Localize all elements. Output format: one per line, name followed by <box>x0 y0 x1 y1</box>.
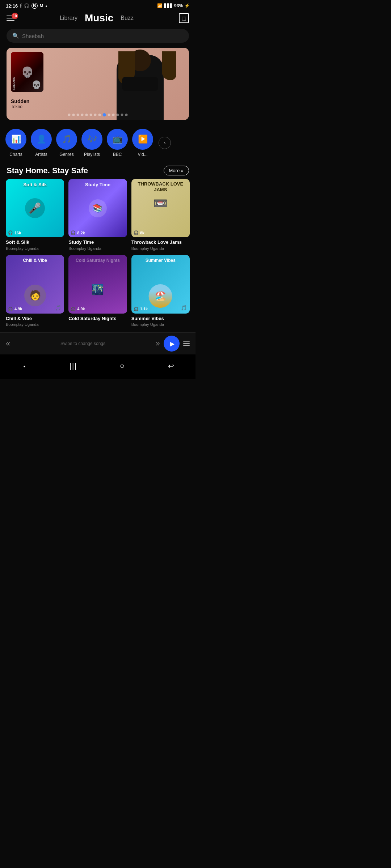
play-icon: ▶ <box>170 340 175 347</box>
category-label-videos: Vid... <box>138 152 147 157</box>
section-header: Stay Home. Stay Safe More » <box>0 160 196 179</box>
playlist-card-summer-vibes[interactable]: Summer Vibes 🏖️ 🎵 🎧 1.1k Summer Vibes Bo… <box>131 255 190 327</box>
more-button[interactable]: More » <box>164 166 189 175</box>
search-bar[interactable]: 🔍 <box>7 29 189 43</box>
dreads-left <box>118 51 135 84</box>
player-hint: Swipe to change songs <box>14 341 152 346</box>
play-count-study-time: 🎧 8.2k <box>71 230 85 235</box>
recents-lines-icon: ||| <box>70 362 77 370</box>
banner-dot-13[interactable] <box>125 114 128 116</box>
headphone-icon: 🎧 <box>8 307 13 311</box>
home-nav-button[interactable]: ● <box>17 359 32 373</box>
queue-button[interactable] <box>183 341 190 346</box>
category-item-playlists[interactable]: 🎶 Playlists <box>81 129 103 157</box>
banner-artist-sub: Tekno <box>11 104 29 109</box>
home-circle-nav-button[interactable]: ○ <box>115 359 130 373</box>
playlist-card-cold-saturday[interactable]: Cold Saturday Nights 🌃 🎧 4.9k Cold Satur… <box>68 255 127 327</box>
category-item-charts[interactable]: 📊 Charts <box>5 129 27 157</box>
recents-nav-button[interactable]: ||| <box>66 359 81 373</box>
header: 10 Library Music Buzz ⬚ <box>0 10 196 27</box>
category-item-genres[interactable]: 🎵 Genres <box>56 129 77 157</box>
cast-button[interactable]: ⬚ <box>179 13 189 23</box>
banner-album-art: 💀 SUDDEN <box>11 52 43 92</box>
playlist-card-study-time[interactable]: 📚 Study Time 🎧 8.2k Study Time Boomplay … <box>68 179 127 251</box>
playlist-thumb-throwback: THROWBACK LOVE JAMS 📼 ♡ 🎧 8k <box>131 179 190 237</box>
playlist-thumb-chill-vibe: Chill & Vibe 🧑 🎵 🎧 4.9k <box>6 255 64 313</box>
playlist-grid: 🎤 Soft & Silk 🎧 16k Soft & Silk Boomplay… <box>0 179 196 332</box>
banner-dot-0[interactable] <box>68 114 71 116</box>
banner-dot-11[interactable] <box>117 114 119 116</box>
artist-figure <box>109 50 182 120</box>
playlist-title-chill-vibe: Chill & Vibe <box>6 316 64 322</box>
playlist-sub-summer-vibes: Boomplay Uganda <box>131 322 190 327</box>
next-button[interactable]: » <box>156 339 160 348</box>
playlist-title-study-time: Study Time <box>68 239 127 246</box>
banner-dot-4[interactable] <box>85 114 88 116</box>
menu-button[interactable]: 10 <box>7 16 14 21</box>
category-icon-charts: 📊 <box>5 129 26 150</box>
playlist-thumb-cold-saturday: Cold Saturday Nights 🌃 🎧 4.9k <box>68 255 127 313</box>
headphone-icon: 🎧 <box>134 307 139 311</box>
category-label-genres: Genres <box>59 152 73 157</box>
playlist-sub-throwback: Boomplay Uganda <box>131 246 190 251</box>
category-next-arrow[interactable]: › <box>159 137 171 149</box>
prev-button[interactable]: « <box>6 339 10 348</box>
headphone-icon: 🎧 <box>71 307 76 311</box>
banner-artist-name: Sudden <box>11 98 29 104</box>
section-title: Stay Home. Stay Safe <box>7 166 88 175</box>
dot-icon: • <box>46 3 47 9</box>
banner-dot-3[interactable] <box>81 114 84 116</box>
playlist-card-chill-vibe[interactable]: Chill & Vibe 🧑 🎵 🎧 4.9k Chill & Vibe Boo… <box>6 255 64 327</box>
category-label-playlists: Playlists <box>84 152 100 157</box>
playlist-sub-soft-silk: Boomplay Uganda <box>6 246 64 251</box>
time: 12:16 <box>6 3 18 9</box>
playlist-thumb-summer-vibes: Summer Vibes 🏖️ 🎵 🎧 1.1k <box>131 255 190 313</box>
album-art-image: 💀 SUDDEN <box>11 52 43 92</box>
play-button[interactable]: ▶ <box>164 336 180 352</box>
banner-dot-5[interactable] <box>90 114 92 116</box>
buzz-nav[interactable]: Buzz <box>121 15 134 21</box>
banner-dot-8[interactable] <box>103 113 106 116</box>
category-item-artists[interactable]: 👤 Artists <box>30 129 52 157</box>
banner-dot-10[interactable] <box>112 114 115 116</box>
cast-icon: ⬚ <box>182 16 186 21</box>
battery-level: 93% <box>174 3 183 8</box>
banner-dot-2[interactable] <box>77 114 79 116</box>
banner-dot-7[interactable] <box>98 114 101 116</box>
banner-dot-6[interactable] <box>94 114 97 116</box>
featured-banner[interactable]: 💀 SUDDEN Sudden Tekno <box>7 48 189 120</box>
playlist-title-cold-saturday: Cold Saturday Nights <box>68 316 127 322</box>
playlist-title-soft-silk: Soft & Silk <box>6 239 64 246</box>
category-icon-videos: ▶️ <box>132 129 153 150</box>
category-label-artists: Artists <box>35 152 47 157</box>
play-count-summer-vibes: 🎧 1.1k <box>134 307 148 311</box>
signal-icon: ▋▋▋ <box>164 4 173 8</box>
banner-dot-12[interactable] <box>121 114 123 116</box>
bottom-nav: ● ||| ○ ↩ <box>0 354 196 379</box>
headphone-icon: 🎧 <box>134 230 139 235</box>
b-icon: B <box>31 3 38 9</box>
back-icon: ↩ <box>168 362 174 370</box>
banner-dot-1[interactable] <box>72 114 75 116</box>
library-nav[interactable]: Library <box>60 15 77 21</box>
play-count-chill-vibe: 🎧 4.9k <box>8 307 22 311</box>
search-input[interactable] <box>22 33 183 39</box>
status-bar: 12:16 f 🎧 B M • 📶 ▋▋▋ 93% ⚡ <box>0 0 196 10</box>
search-icon: 🔍 <box>12 33 19 39</box>
category-item-videos[interactable]: ▶️ Vid... <box>132 129 154 157</box>
category-item-bbc[interactable]: 📺 BBC <box>106 129 128 157</box>
category-icon-bbc: 📺 <box>107 129 128 150</box>
wifi-icon: 📶 <box>157 3 163 8</box>
bt-icon: 🎧 <box>24 3 29 8</box>
chevron-right-icon: › <box>164 140 166 146</box>
playlist-card-soft-silk[interactable]: 🎤 Soft & Silk 🎧 16k Soft & Silk Boomplay… <box>6 179 64 251</box>
back-nav-button[interactable]: ↩ <box>164 359 178 373</box>
banner-person <box>109 48 182 120</box>
playlist-card-throwback[interactable]: THROWBACK LOVE JAMS 📼 ♡ 🎧 8k Throwback L… <box>131 179 190 251</box>
banner-dot-9[interactable] <box>108 114 110 116</box>
category-icon-playlists: 🎶 <box>81 129 102 150</box>
playlist-sub-study-time: Boomplay Uganda <box>68 246 127 251</box>
categories-row: 📊 Charts 👤 Artists 🎵 Genres 🎶 Playlists … <box>0 126 196 160</box>
menu-line3 <box>7 20 14 21</box>
headphone-icon: 🎧 <box>8 230 13 235</box>
